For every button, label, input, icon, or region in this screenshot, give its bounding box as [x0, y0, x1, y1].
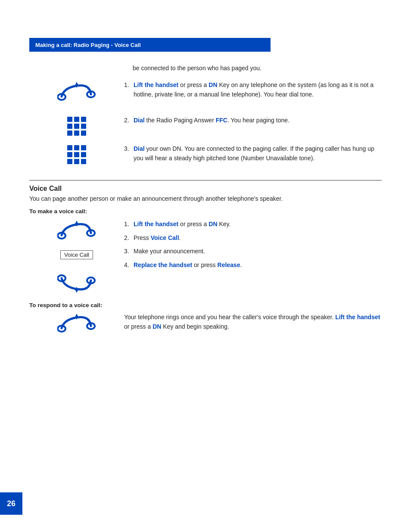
intro-text: be connected to the person who has paged… — [133, 64, 382, 73]
respond-text: Your telephone rings once and you hear t… — [124, 313, 382, 331]
voice-call-button[interactable]: Voice Call — [60, 250, 93, 259]
header-bar: Making a call: Radio Paging - Voice Call — [29, 38, 271, 52]
voice-step-1: 1. Lift the handset or press a DN Key. — [124, 220, 382, 229]
step-3-row: 3. Dial your own DN. You are connected t… — [29, 144, 382, 167]
step-1-icon — [29, 81, 124, 107]
make-voice-steps: 1. Lift the handset or press a DN Key. 2… — [124, 220, 382, 274]
voice-step-4: 4. Replace the handset or press Release. — [124, 261, 382, 270]
make-voice-icons: Voice Call — [29, 220, 124, 293]
section-divider — [29, 180, 382, 180]
step-1-row: 1. Lift the handset or press a DN Key on… — [29, 81, 382, 107]
top-steps-section: 1. Lift the handset or press a DN Key on… — [29, 81, 382, 167]
respond-icon — [29, 313, 124, 337]
page-number-box: 26 — [0, 492, 22, 515]
header-title: Making a call: Radio Paging - Voice Call — [35, 42, 141, 48]
voice-call-intro: You can page another person or make an a… — [29, 194, 382, 204]
respond-label: To respond to a voice call: — [29, 302, 382, 308]
main-content: be connected to the person who has paged… — [29, 64, 382, 337]
keypad-icon-1 — [67, 117, 86, 136]
handset-respond-icon — [57, 314, 96, 337]
voice-step-3: 3. Make your announcement. — [124, 247, 382, 256]
make-voice-icons-row: Voice Call 1. Lift t — [29, 220, 382, 293]
step-2-icon — [29, 116, 124, 136]
page-wrapper: Making a call: Radio Paging - Voice Call… — [0, 0, 411, 532]
page-number: 26 — [7, 499, 16, 508]
handset-up-icon — [57, 81, 96, 107]
voice-step-2: 2. Press Voice Call. — [124, 233, 382, 243]
step-3-content: 3. Dial your own DN. You are connected t… — [124, 144, 382, 167]
respond-row: Your telephone rings once and you hear t… — [29, 313, 382, 337]
handset-up-icon-2 — [57, 221, 96, 244]
step-2-content: 2. Dial the Radio Paging Answer FFC. You… — [124, 116, 382, 130]
voice-call-section: Voice Call You can page another person o… — [29, 180, 382, 337]
make-voice-call-label: To make a voice call: — [29, 208, 382, 215]
step-3-icon — [29, 144, 124, 164]
keypad-icon-2 — [67, 145, 86, 164]
voice-call-heading: Voice Call — [29, 185, 382, 193]
step-2-row: 2. Dial the Radio Paging Answer FFC. You… — [29, 116, 382, 136]
step-1-content: 1. Lift the handset or press a DN Key on… — [124, 81, 382, 103]
handset-down-icon — [57, 270, 96, 293]
